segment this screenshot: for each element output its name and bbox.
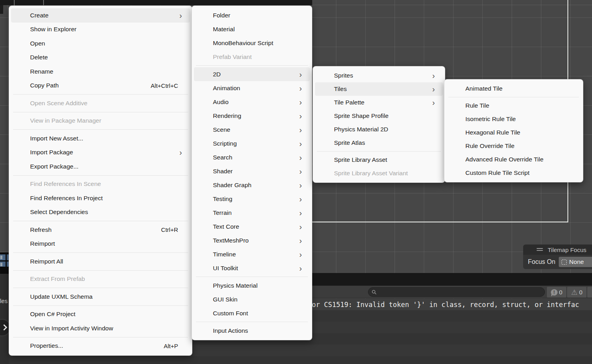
clipped-folder-label: les <box>0 298 8 304</box>
menu-item-label: Import New Asset... <box>30 135 182 142</box>
submenu-chevron-icon: › <box>296 223 302 231</box>
menu-item-label: Find References In Project <box>30 195 182 202</box>
menu-item-update-uxml-schema[interactable]: Update UXML Schema <box>11 290 190 304</box>
menu-item-select-dependencies[interactable]: Select Dependencies <box>11 205 190 220</box>
menu-item-advanced-rule-override-tile[interactable]: Advanced Rule Override Tile <box>446 153 581 166</box>
context-menu-2d: Sprites›Tiles›Tile Palette›Sprite Shape … <box>313 66 445 183</box>
menu-item-reimport-all[interactable]: Reimport All <box>11 254 190 269</box>
menu-item-isometric-rule-tile[interactable]: Isometric Rule Tile <box>446 112 581 126</box>
menu-item-rename[interactable]: Rename <box>11 64 190 79</box>
menu-item-2d[interactable]: 2D› <box>194 67 310 81</box>
menu-item-open-c-project[interactable]: Open C# Project <box>11 307 190 322</box>
overlay-header[interactable]: Tilemap Focus <box>523 245 592 255</box>
menu-item-view-in-import-activity-window[interactable]: View in Import Activity Window <box>11 321 190 336</box>
menu-item-open[interactable]: Open <box>11 36 190 51</box>
menu-item-delete[interactable]: Delete <box>11 51 190 65</box>
menu-item-folder[interactable]: Folder <box>194 8 310 22</box>
focus-on-dropdown[interactable]: None <box>559 257 592 267</box>
tilemap-focus-overlay: Tilemap Focus Focus On None <box>523 245 592 269</box>
menu-item-testing[interactable]: Testing› <box>194 192 310 206</box>
menu-item-hexagonal-rule-tile[interactable]: Hexagonal Rule Tile <box>446 126 581 139</box>
menu-item-rendering[interactable]: Rendering› <box>194 109 310 123</box>
menu-item-animated-tile[interactable]: Animated Tile <box>446 82 581 95</box>
menu-item-tile-palette[interactable]: Tile Palette› <box>315 96 443 109</box>
menu-item-text-core[interactable]: Text Core› <box>194 220 310 233</box>
menu-item-timeline[interactable]: Timeline› <box>194 247 310 261</box>
menu-item-label: Testing <box>213 195 296 203</box>
menu-item-sprite-shape-profile[interactable]: Sprite Shape Profile <box>315 109 443 123</box>
log-text: or CS1519: Invalid token '}' in class, r… <box>312 301 579 309</box>
menu-item-monobehaviour-script[interactable]: MonoBehaviour Script <box>194 36 310 50</box>
menu-item-copy-path[interactable]: Copy PathAlt+Ctrl+C <box>11 79 190 93</box>
menu-item-label: 2D <box>213 71 296 78</box>
menu-item-physics-material-2d[interactable]: Physics Material 2D <box>315 123 443 136</box>
menu-item-input-actions[interactable]: Input Actions <box>194 324 310 337</box>
console-search-field[interactable] <box>368 287 545 297</box>
menu-item-label: Create <box>30 12 176 19</box>
menu-item-label: Shader Graph <box>213 182 296 189</box>
focus-on-row: Focus On None <box>523 255 592 269</box>
menu-item-label: Input Actions <box>213 327 302 334</box>
menu-item-sprite-library-asset[interactable]: Sprite Library Asset <box>315 153 443 167</box>
menu-item-audio[interactable]: Audio› <box>194 95 310 109</box>
menu-item-import-package[interactable]: Import Package› <box>11 146 190 160</box>
project-selected-item[interactable] <box>0 254 9 260</box>
menu-item-shader-graph[interactable]: Shader Graph› <box>194 178 310 192</box>
menu-item-shader[interactable]: Shader› <box>194 164 310 178</box>
menu-item-physics-material[interactable]: Physics Material <box>194 279 310 292</box>
menu-item-label: Properties... <box>30 342 154 349</box>
menu-item-properties[interactable]: Properties...Alt+P <box>11 339 190 353</box>
menu-item-rule-override-tile[interactable]: Rule Override Tile <box>446 139 581 153</box>
menu-item-label: Sprite Library Asset <box>334 156 435 163</box>
submenu-chevron-icon: › <box>296 181 302 189</box>
menu-item-label: Copy Path <box>30 82 141 89</box>
menu-item-reimport[interactable]: Reimport <box>11 237 190 251</box>
project-selected-item[interactable] <box>0 262 9 267</box>
menu-item-sprites[interactable]: Sprites› <box>315 69 443 82</box>
menu-item-ui-toolkit[interactable]: UI Toolkit› <box>194 261 310 275</box>
error-count-badge[interactable]: ! <box>587 287 592 298</box>
grid-line-notch <box>43 0 44 5</box>
menu-item-label: Shader <box>213 168 296 175</box>
menu-item-animation[interactable]: Animation› <box>194 81 310 95</box>
submenu-chevron-icon: › <box>296 195 302 203</box>
menu-item-show-in-explorer[interactable]: Show in Explorer <box>11 23 190 37</box>
menu-item-material[interactable]: Material <box>194 22 310 36</box>
menu-item-create[interactable]: Create› <box>11 8 190 23</box>
menu-item-find-references-in-project[interactable]: Find References In Project <box>11 191 190 205</box>
tilemap-tiles-strip <box>0 0 312 5</box>
console-row <box>0 356 592 364</box>
menu-item-refresh[interactable]: RefreshCtrl+R <box>11 223 190 237</box>
menu-item-textmeshpro[interactable]: TextMeshPro› <box>194 233 310 247</box>
menu-item-rule-tile[interactable]: Rule Tile <box>446 99 581 112</box>
menu-item-label: TextMeshPro <box>213 237 296 244</box>
console-search-input[interactable] <box>379 289 545 295</box>
menu-separator <box>13 221 188 221</box>
submenu-chevron-icon: › <box>176 11 182 19</box>
menu-item-sprite-atlas[interactable]: Sprite Atlas <box>315 136 443 150</box>
menu-item-terrain[interactable]: Terrain› <box>194 206 310 220</box>
context-menu-assets: Create›Show in ExplorerOpenDeleteRenameC… <box>9 6 192 356</box>
submenu-chevron-icon: › <box>296 264 302 272</box>
menu-item-scripting[interactable]: Scripting› <box>194 136 310 150</box>
menu-item-search[interactable]: Search› <box>194 150 310 164</box>
menu-item-custom-rule-tile-script[interactable]: Custom Rule Tile Script <box>446 166 581 180</box>
menu-item-tiles[interactable]: Tiles› <box>315 82 443 96</box>
menu-item-label: GUI Skin <box>213 296 302 303</box>
menu-item-label: Tiles <box>334 85 429 93</box>
info-count-badge[interactable]: ! 0 <box>547 287 566 298</box>
menu-item-label: Material <box>213 26 302 33</box>
submenu-chevron-icon: › <box>296 209 302 217</box>
warning-count-badge[interactable]: ⚠ 0 <box>567 287 586 298</box>
menu-item-gui-skin[interactable]: GUI Skin <box>194 292 310 306</box>
menu-item-export-package[interactable]: Export Package... <box>11 159 190 174</box>
menu-item-import-new-asset[interactable]: Import New Asset... <box>11 131 190 146</box>
menu-item-custom-font[interactable]: Custom Font <box>194 306 310 320</box>
menu-separator <box>13 305 188 306</box>
warning-triangle-icon: ⚠ <box>571 289 577 296</box>
menu-item-scene[interactable]: Scene› <box>194 123 310 136</box>
submenu-chevron-icon: › <box>429 99 435 106</box>
menu-item-shortcut: Alt+P <box>164 343 178 349</box>
project-list-sliver <box>0 252 9 274</box>
menu-separator <box>13 94 188 95</box>
